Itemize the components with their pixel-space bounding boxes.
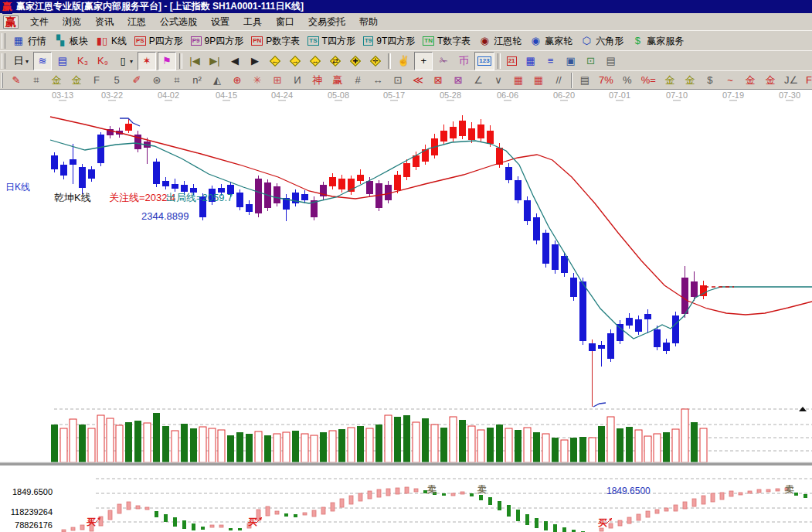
gold-grid-tool-a[interactable]: 金: [47, 71, 66, 90]
box-lines-tool[interactable]: ⊡: [389, 71, 407, 90]
toolbar-grip[interactable]: [2, 73, 3, 88]
five-grid-tool[interactable]: 5: [107, 71, 126, 90]
fan-box-tool[interactable]: ⊠: [429, 71, 447, 90]
web-grid-tool[interactable]: ⊞: [268, 71, 287, 90]
menu-item-6[interactable]: 工具: [236, 13, 269, 31]
red-wave-tool[interactable]: ~: [721, 71, 739, 90]
sectors-button[interactable]: ▚板块: [51, 32, 91, 50]
n2-grid-tool[interactable]: n²: [188, 71, 206, 90]
f-grid-tool[interactable]: F: [87, 71, 106, 90]
gold-circle-tool[interactable]: 金: [661, 71, 679, 90]
number-grid-tool[interactable]: #: [348, 71, 367, 90]
red-grid-box-tool-2[interactable]: ▦: [529, 71, 548, 90]
winner-wheel-button[interactable]: ◉赢家轮: [526, 32, 576, 50]
gann-wheel-button[interactable]: ◉江恩轮: [475, 32, 525, 50]
win-grid-tool[interactable]: 赢: [328, 71, 347, 90]
pencil-grid-tool[interactable]: ✐: [127, 71, 146, 90]
gold-angle-base-tool[interactable]: 金: [761, 71, 780, 90]
draw-brush-tool[interactable]: ✎: [7, 71, 25, 90]
notes-button[interactable]: ≡: [542, 52, 560, 70]
gold-lines-tool[interactable]: 金: [681, 71, 699, 90]
menu-item-1[interactable]: 浏览: [56, 13, 88, 31]
9p-square-button[interactable]: P99P四方形: [188, 32, 246, 50]
first-page-button[interactable]: |◀: [185, 52, 204, 70]
prev-button[interactable]: ◀: [226, 52, 244, 70]
qiankun-kline-toggle[interactable]: ≋: [33, 52, 52, 70]
time-grid-tool[interactable]: ⌗: [168, 71, 186, 90]
menu-item-2[interactable]: 资讯: [88, 13, 121, 31]
wave-count-tool[interactable]: И: [288, 71, 307, 90]
fan-square-tool[interactable]: ⊠: [449, 71, 467, 90]
kline-button[interactable]: ▮▯K线: [93, 32, 130, 50]
p-square-button[interactable]: PSP四方形: [131, 32, 186, 50]
chart-canvas[interactable]: 03-1303-2204-0204-1504-2405-0805-1705-28…: [0, 90, 812, 532]
chart-area[interactable]: 03-1303-2204-0204-1504-2405-0805-1705-28…: [0, 89, 812, 532]
9t-square-button[interactable]: T99T四方形: [360, 32, 418, 50]
t-square-button[interactable]: TST四方形: [304, 32, 358, 50]
pan-tool-button[interactable]: ✌: [394, 52, 413, 70]
expand-all-button[interactable]: ✚: [346, 52, 365, 70]
calendar-button[interactable]: 21: [504, 52, 520, 70]
gann-band-tool-button[interactable]: 币: [454, 52, 473, 70]
zoom-left-button[interactable]: ←: [266, 52, 284, 70]
shen-grid-tool[interactable]: 神: [308, 71, 327, 90]
seven-percent-tool[interactable]: 7%: [596, 71, 617, 90]
print-button[interactable]: ▤: [602, 52, 620, 70]
zoom-right-button[interactable]: →: [286, 52, 304, 70]
gold-lines-red-tool[interactable]: 金: [741, 71, 759, 90]
expand-h-button[interactable]: ↔: [306, 52, 324, 70]
ray-fan-tool[interactable]: ≪: [409, 71, 427, 90]
zigzag-wave-tool[interactable]: ∨: [489, 71, 508, 90]
value-panel-toggle[interactable]: 123: [474, 52, 494, 70]
calculator-button[interactable]: ▦: [522, 52, 540, 70]
j-angle-tool[interactable]: J∠: [781, 71, 801, 90]
hexagon-button[interactable]: ⬡六角形: [577, 32, 627, 50]
angle-lines-tool[interactable]: ∠: [469, 71, 488, 90]
measure-tool-button[interactable]: ✁: [434, 52, 453, 70]
pattern-button[interactable]: ✶: [138, 52, 156, 70]
percent-lines-tool[interactable]: %=: [638, 71, 659, 90]
f-angle-tool[interactable]: F∠: [803, 71, 812, 90]
save-button[interactable]: ▣: [562, 52, 580, 70]
parallel-lines-tool[interactable]: //: [549, 71, 568, 90]
angle-mirror-tool[interactable]: ◭: [208, 71, 226, 90]
price-grid-tool[interactable]: ⌗: [27, 71, 46, 90]
ma9-button[interactable]: K₉: [93, 52, 112, 70]
crosshair-tool-button[interactable]: +: [414, 52, 433, 70]
red-grid-box-tool[interactable]: ▦: [509, 71, 528, 90]
last-page-button[interactable]: ▶|: [206, 52, 224, 70]
gann-box-tool[interactable]: ▤: [576, 71, 594, 90]
percent-tool[interactable]: %: [618, 71, 637, 90]
menu-item-9[interactable]: 帮助: [352, 13, 385, 31]
kline-period-button[interactable]: 日▾: [9, 52, 32, 70]
winner-service-button[interactable]: $赢家服务: [628, 32, 687, 50]
next-button[interactable]: ▶: [246, 52, 264, 70]
sectors-button-icon: ▚: [54, 35, 66, 47]
shrink-h-button[interactable]: ⇄: [326, 52, 345, 70]
candle-body: [236, 193, 243, 207]
snapshot-button[interactable]: ⊡: [582, 52, 600, 70]
dollar-pencil-tool[interactable]: $: [701, 71, 719, 90]
menu-item-5[interactable]: 设置: [204, 13, 236, 31]
candle-style-button[interactable]: ▯▾: [114, 52, 136, 70]
menu-item-0[interactable]: 文件: [23, 13, 56, 31]
ma3-button[interactable]: K₃: [73, 52, 92, 70]
width-measure-tool[interactable]: ↔: [369, 71, 387, 90]
circle-grid-tool[interactable]: ⊛: [148, 71, 166, 90]
t-number-table-button[interactable]: TNT数字表: [420, 32, 474, 50]
p-number-table-button[interactable]: PNP数字表: [248, 32, 303, 50]
hexagon-button-label: 六角形: [596, 35, 623, 48]
menu-item-3[interactable]: 江恩: [121, 13, 153, 31]
flag-marker-button[interactable]: ⚑: [158, 52, 176, 70]
toolbar-grip[interactable]: [2, 33, 5, 49]
quotes-button[interactable]: ▦行情: [9, 32, 49, 50]
gann-circle-tool[interactable]: ⊕: [228, 71, 246, 90]
gold-grid-tool-b[interactable]: 金: [67, 71, 86, 90]
menu-item-7[interactable]: 窗口: [269, 13, 301, 31]
menu-item-4[interactable]: 公式选股: [153, 13, 204, 31]
shrink-all-button[interactable]: ✛: [366, 52, 385, 70]
star-lines-tool[interactable]: ✳: [248, 71, 267, 90]
menu-item-8[interactable]: 交易委托: [301, 13, 352, 31]
info-panel-button[interactable]: ▤: [53, 52, 72, 70]
toolbar-grip[interactable]: [2, 53, 5, 69]
